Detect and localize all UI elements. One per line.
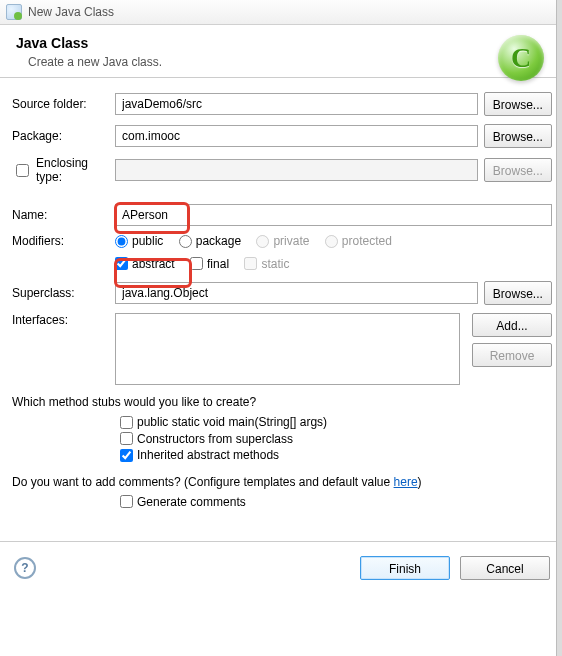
generate-comments-checkbox[interactable]: Generate comments — [120, 495, 246, 509]
enclosing-type-checkbox[interactable]: Enclosing type: — [12, 156, 115, 184]
superclass-label: Superclass: — [10, 286, 115, 300]
window-icon — [6, 4, 22, 20]
dialog-header: Java Class Create a new Java class. C — [0, 25, 562, 77]
interfaces-list[interactable] — [115, 313, 460, 385]
modifier-private-radio: private — [256, 234, 309, 248]
enclosing-type-label: Enclosing type: — [36, 156, 115, 184]
interfaces-label: Interfaces: — [10, 313, 115, 327]
name-label: Name: — [10, 208, 115, 222]
stub-inherited-checkbox[interactable]: Inherited abstract methods — [120, 448, 279, 462]
modifier-static-checkbox: static — [244, 257, 289, 271]
modifier-public-radio[interactable]: public — [115, 234, 163, 248]
configure-templates-link[interactable]: here — [394, 475, 418, 489]
finish-button[interactable]: Finish — [360, 556, 450, 580]
modifier-final-checkbox[interactable]: final — [190, 257, 229, 271]
method-stubs-question: Which method stubs would you like to cre… — [12, 395, 552, 409]
header-title: Java Class — [16, 35, 546, 51]
package-label: Package: — [10, 129, 115, 143]
source-folder-input[interactable] — [115, 93, 478, 115]
package-input[interactable] — [115, 125, 478, 147]
enclosing-type-browse-button: Browse... — [484, 158, 552, 182]
stub-constructors-checkbox[interactable]: Constructors from superclass — [120, 432, 293, 446]
modifier-protected-radio: protected — [325, 234, 392, 248]
modifier-abstract-checkbox[interactable]: abstract — [115, 257, 175, 271]
modifiers-label: Modifiers: — [10, 234, 115, 248]
title-bar: New Java Class — [0, 0, 562, 25]
source-folder-browse-button[interactable]: Browse... — [484, 92, 552, 116]
header-subtitle: Create a new Java class. — [28, 55, 546, 69]
superclass-browse-button[interactable]: Browse... — [484, 281, 552, 305]
help-icon[interactable]: ? — [14, 557, 36, 579]
modifier-package-radio[interactable]: package — [179, 234, 241, 248]
source-folder-label: Source folder: — [10, 97, 115, 111]
interfaces-remove-button: Remove — [472, 343, 552, 367]
superclass-input[interactable] — [115, 282, 478, 304]
interfaces-add-button[interactable]: Add... — [472, 313, 552, 337]
enclosing-type-input — [115, 159, 478, 181]
window-right-edge — [556, 0, 562, 656]
stub-main-checkbox[interactable]: public static void main(String[] args) — [120, 415, 327, 429]
name-input[interactable] — [115, 204, 552, 226]
comments-question: Do you want to add comments? (Configure … — [12, 475, 552, 489]
cancel-button[interactable]: Cancel — [460, 556, 550, 580]
package-browse-button[interactable]: Browse... — [484, 124, 552, 148]
class-icon: C — [498, 35, 544, 81]
window-title: New Java Class — [28, 5, 114, 19]
